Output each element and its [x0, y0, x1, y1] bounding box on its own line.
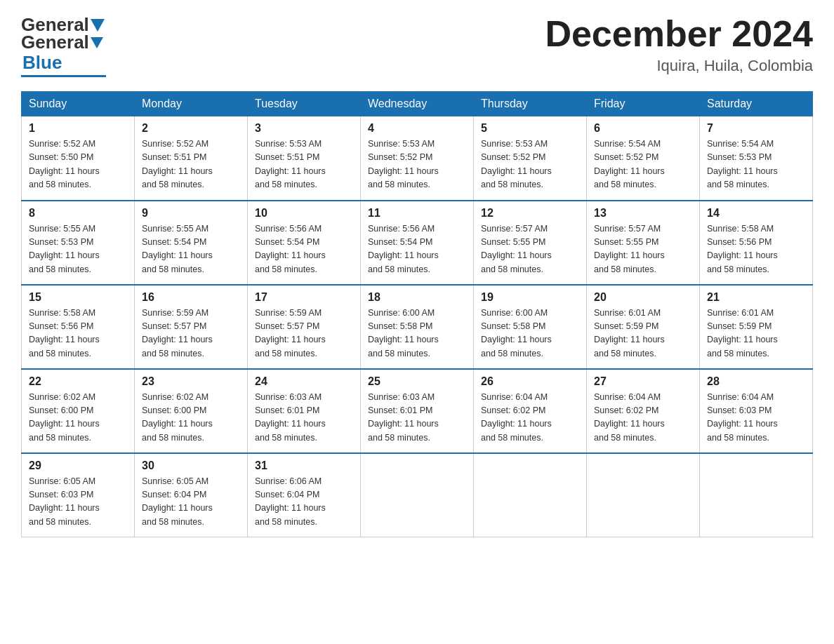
calendar-cell: 6 Sunrise: 5:54 AMSunset: 5:52 PMDayligh…	[587, 116, 700, 201]
day-info: Sunrise: 5:58 AMSunset: 5:56 PMDaylight:…	[707, 224, 778, 274]
day-number: 18	[368, 291, 466, 304]
header-row: Sunday Monday Tuesday Wednesday Thursday…	[22, 92, 813, 116]
calendar-cell	[700, 453, 813, 537]
calendar-cell: 2 Sunrise: 5:52 AMSunset: 5:51 PMDayligh…	[135, 116, 248, 201]
logo-triangle-icon	[91, 19, 105, 32]
day-info: Sunrise: 5:56 AMSunset: 5:54 PMDaylight:…	[255, 224, 326, 274]
day-number: 23	[142, 375, 240, 388]
calendar-cell: 14 Sunrise: 5:58 AMSunset: 5:56 PMDaylig…	[700, 201, 813, 285]
day-number: 10	[255, 207, 353, 220]
day-number: 4	[368, 122, 466, 135]
page-header: General General Blue December 2024 Iquir…	[21, 14, 813, 77]
day-info: Sunrise: 5:56 AMSunset: 5:54 PMDaylight:…	[368, 224, 439, 274]
calendar-cell: 30 Sunrise: 6:05 AMSunset: 6:04 PMDaylig…	[135, 453, 248, 537]
day-info: Sunrise: 5:54 AMSunset: 5:52 PMDaylight:…	[594, 139, 665, 189]
day-number: 24	[255, 375, 353, 388]
day-number: 28	[707, 375, 805, 388]
calendar-cell: 31 Sunrise: 6:06 AMSunset: 6:04 PMDaylig…	[248, 453, 361, 537]
calendar-cell: 21 Sunrise: 6:01 AMSunset: 5:59 PMDaylig…	[700, 285, 813, 369]
day-number: 2	[142, 122, 240, 135]
calendar-cell: 13 Sunrise: 5:57 AMSunset: 5:55 PMDaylig…	[587, 201, 700, 285]
week-row-3: 15 Sunrise: 5:58 AMSunset: 5:56 PMDaylig…	[22, 285, 813, 369]
day-info: Sunrise: 5:57 AMSunset: 5:55 PMDaylight:…	[481, 224, 552, 274]
day-info: Sunrise: 5:57 AMSunset: 5:55 PMDaylight:…	[594, 224, 665, 274]
calendar-cell: 5 Sunrise: 5:53 AMSunset: 5:52 PMDayligh…	[474, 116, 587, 201]
logo-general-bottom: General	[21, 32, 89, 53]
calendar-cell: 8 Sunrise: 5:55 AMSunset: 5:53 PMDayligh…	[22, 201, 135, 285]
logo-arrow-icon	[91, 37, 103, 48]
week-row-5: 29 Sunrise: 6:05 AMSunset: 6:03 PMDaylig…	[22, 453, 813, 537]
day-info: Sunrise: 5:59 AMSunset: 5:57 PMDaylight:…	[255, 308, 326, 358]
day-info: Sunrise: 6:02 AMSunset: 6:00 PMDaylight:…	[142, 392, 213, 443]
week-row-1: 1 Sunrise: 5:52 AMSunset: 5:50 PMDayligh…	[22, 116, 813, 201]
day-info: Sunrise: 5:53 AMSunset: 5:51 PMDaylight:…	[255, 139, 326, 189]
day-info: Sunrise: 6:01 AMSunset: 5:59 PMDaylight:…	[594, 308, 665, 358]
day-number: 9	[142, 207, 240, 220]
calendar-cell: 19 Sunrise: 6:00 AMSunset: 5:58 PMDaylig…	[474, 285, 587, 369]
calendar-cell: 15 Sunrise: 5:58 AMSunset: 5:56 PMDaylig…	[22, 285, 135, 369]
logo-underline	[21, 75, 106, 77]
calendar-cell: 25 Sunrise: 6:03 AMSunset: 6:01 PMDaylig…	[361, 369, 474, 453]
col-wednesday: Wednesday	[361, 92, 474, 116]
day-number: 19	[481, 291, 579, 304]
calendar-cell: 28 Sunrise: 6:04 AMSunset: 6:03 PMDaylig…	[700, 369, 813, 453]
calendar-cell: 7 Sunrise: 5:54 AMSunset: 5:53 PMDayligh…	[700, 116, 813, 201]
day-number: 22	[29, 375, 127, 388]
day-info: Sunrise: 6:03 AMSunset: 6:01 PMDaylight:…	[368, 392, 439, 443]
day-info: Sunrise: 6:04 AMSunset: 6:02 PMDaylight:…	[481, 392, 552, 443]
calendar-cell: 12 Sunrise: 5:57 AMSunset: 5:55 PMDaylig…	[474, 201, 587, 285]
logo-blue-text: Blue	[22, 52, 62, 74]
day-number: 1	[29, 122, 127, 135]
col-friday: Friday	[587, 92, 700, 116]
day-number: 27	[594, 375, 692, 388]
month-year-title: December 2024	[545, 14, 813, 54]
day-info: Sunrise: 5:54 AMSunset: 5:53 PMDaylight:…	[707, 139, 778, 189]
calendar-cell: 16 Sunrise: 5:59 AMSunset: 5:57 PMDaylig…	[135, 285, 248, 369]
title-section: December 2024 Iquira, Huila, Colombia	[545, 14, 813, 75]
calendar-cell: 20 Sunrise: 6:01 AMSunset: 5:59 PMDaylig…	[587, 285, 700, 369]
day-info: Sunrise: 5:52 AMSunset: 5:51 PMDaylight:…	[142, 139, 213, 189]
day-info: Sunrise: 5:53 AMSunset: 5:52 PMDaylight:…	[481, 139, 552, 189]
day-info: Sunrise: 5:53 AMSunset: 5:52 PMDaylight:…	[368, 139, 439, 189]
col-monday: Monday	[135, 92, 248, 116]
calendar-cell: 11 Sunrise: 5:56 AMSunset: 5:54 PMDaylig…	[361, 201, 474, 285]
calendar-cell: 17 Sunrise: 5:59 AMSunset: 5:57 PMDaylig…	[248, 285, 361, 369]
week-row-2: 8 Sunrise: 5:55 AMSunset: 5:53 PMDayligh…	[22, 201, 813, 285]
col-saturday: Saturday	[700, 92, 813, 116]
day-number: 11	[368, 207, 466, 220]
day-number: 20	[594, 291, 692, 304]
day-info: Sunrise: 6:03 AMSunset: 6:01 PMDaylight:…	[255, 392, 326, 443]
day-number: 31	[255, 459, 353, 472]
calendar-cell: 10 Sunrise: 5:56 AMSunset: 5:54 PMDaylig…	[248, 201, 361, 285]
col-tuesday: Tuesday	[248, 92, 361, 116]
day-info: Sunrise: 5:58 AMSunset: 5:56 PMDaylight:…	[29, 308, 100, 358]
calendar-cell: 4 Sunrise: 5:53 AMSunset: 5:52 PMDayligh…	[361, 116, 474, 201]
day-info: Sunrise: 6:00 AMSunset: 5:58 PMDaylight:…	[368, 308, 439, 358]
day-number: 29	[29, 459, 127, 472]
day-info: Sunrise: 6:00 AMSunset: 5:58 PMDaylight:…	[481, 308, 552, 358]
day-number: 30	[142, 459, 240, 472]
day-number: 6	[594, 122, 692, 135]
calendar-cell: 1 Sunrise: 5:52 AMSunset: 5:50 PMDayligh…	[22, 116, 135, 201]
day-info: Sunrise: 5:55 AMSunset: 5:53 PMDaylight:…	[29, 224, 100, 274]
location-subtitle: Iquira, Huila, Colombia	[545, 57, 813, 75]
day-number: 12	[481, 207, 579, 220]
calendar-cell	[361, 453, 474, 537]
day-info: Sunrise: 5:59 AMSunset: 5:57 PMDaylight:…	[142, 308, 213, 358]
day-number: 17	[255, 291, 353, 304]
col-sunday: Sunday	[22, 92, 135, 116]
calendar-cell: 18 Sunrise: 6:00 AMSunset: 5:58 PMDaylig…	[361, 285, 474, 369]
calendar-cell: 29 Sunrise: 6:05 AMSunset: 6:03 PMDaylig…	[22, 453, 135, 537]
calendar-cell: 22 Sunrise: 6:02 AMSunset: 6:00 PMDaylig…	[22, 369, 135, 453]
day-info: Sunrise: 6:06 AMSunset: 6:04 PMDaylight:…	[255, 476, 326, 527]
day-number: 21	[707, 291, 805, 304]
week-row-4: 22 Sunrise: 6:02 AMSunset: 6:00 PMDaylig…	[22, 369, 813, 453]
calendar-cell: 9 Sunrise: 5:55 AMSunset: 5:54 PMDayligh…	[135, 201, 248, 285]
calendar-cell	[587, 453, 700, 537]
day-number: 7	[707, 122, 805, 135]
day-info: Sunrise: 6:05 AMSunset: 6:04 PMDaylight:…	[142, 476, 213, 527]
day-number: 15	[29, 291, 127, 304]
logo: General General Blue	[21, 14, 106, 77]
calendar-cell: 23 Sunrise: 6:02 AMSunset: 6:00 PMDaylig…	[135, 369, 248, 453]
day-info: Sunrise: 6:05 AMSunset: 6:03 PMDaylight:…	[29, 476, 100, 527]
